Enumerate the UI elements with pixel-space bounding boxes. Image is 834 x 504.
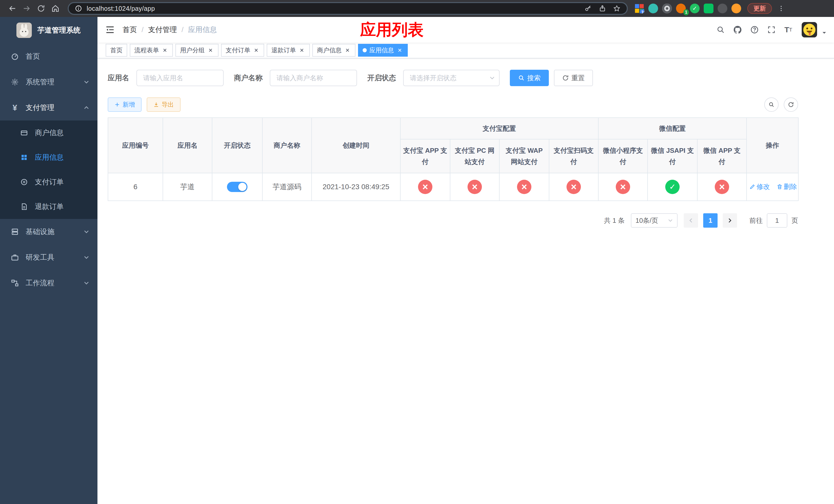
page-content: 应用名 商户名称 开启状态 请选择开启状态 xyxy=(97,59,808,228)
extension-icon-7[interactable] xyxy=(718,4,727,13)
breadcrumb: 首页 支付管理 应用信息 xyxy=(123,25,217,35)
sidebar-item-pay-order[interactable]: 支付订单 xyxy=(0,170,97,194)
merchant-name-input[interactable] xyxy=(270,70,357,86)
workflow-icon xyxy=(10,278,20,288)
breadcrumb-pay[interactable]: 支付管理 xyxy=(148,25,188,35)
extension-icon-1[interactable]: 10 xyxy=(635,4,644,13)
sidebar-item-app-info[interactable]: 应用信息 xyxy=(0,145,97,170)
column-header-actions: 操作 xyxy=(747,118,798,173)
sidebar-item-home[interactable]: 首页 xyxy=(0,44,97,69)
sidebar-item-system[interactable]: 系统管理 xyxy=(0,69,97,95)
tab-app-info[interactable]: 应用信息 xyxy=(358,44,408,56)
extension-icon-6[interactable] xyxy=(704,4,714,13)
tab-close-icon[interactable] xyxy=(253,47,260,53)
sidebar-item-infra[interactable]: 基础设施 xyxy=(0,219,97,245)
help-icon[interactable] xyxy=(748,23,761,37)
page-jump: 前往 页 xyxy=(749,213,798,228)
tab-close-icon[interactable] xyxy=(299,47,305,53)
status-icon xyxy=(467,180,482,194)
avatar-caret-icon[interactable] xyxy=(822,30,827,36)
tab-label: 首页 xyxy=(110,46,123,54)
next-page-button[interactable] xyxy=(723,213,737,228)
tab-close-icon[interactable] xyxy=(344,47,351,53)
browser-reload-icon[interactable] xyxy=(34,1,48,16)
add-button[interactable]: 新增 xyxy=(108,97,141,112)
sidebar-toggle-icon[interactable] xyxy=(97,17,123,43)
column-group-wechat: 微信配置 xyxy=(598,118,747,139)
cell-actions: 修改 删除 xyxy=(747,173,798,201)
app-name-input[interactable] xyxy=(136,70,224,86)
address-bar[interactable]: localhost:1024/pay/app xyxy=(68,2,628,15)
tab-merchant-info[interactable]: 商户信息 xyxy=(312,44,355,56)
status-icon xyxy=(567,180,581,194)
share-icon[interactable] xyxy=(598,5,606,12)
refresh-table-icon[interactable] xyxy=(784,97,798,112)
browser-forward-icon[interactable] xyxy=(20,1,34,16)
tab-user-group[interactable]: 用户分组 xyxy=(175,44,219,56)
browser-update-button[interactable]: 更新 xyxy=(747,3,772,14)
header-search-icon[interactable] xyxy=(714,23,727,37)
order-icon xyxy=(20,177,29,187)
github-icon[interactable] xyxy=(731,23,744,37)
cell-wechat-app xyxy=(697,173,747,201)
column-header-alipay-app: 支付宝 APP 支付 xyxy=(400,139,450,173)
status-icon xyxy=(418,180,432,194)
cell-alipay-pc xyxy=(450,173,499,201)
extension-icon-5[interactable] xyxy=(690,4,700,13)
browser-home-icon[interactable] xyxy=(48,1,63,16)
chevron-down-icon xyxy=(668,218,673,223)
toggle-search-icon[interactable] xyxy=(764,97,778,112)
tab-close-icon[interactable] xyxy=(161,47,168,53)
jump-prefix-label: 前往 xyxy=(749,216,763,225)
breadcrumb-home[interactable]: 首页 xyxy=(123,25,148,35)
font-size-icon[interactable] xyxy=(782,23,795,37)
extension-icon-2[interactable] xyxy=(648,4,658,13)
reset-button[interactable]: 重置 xyxy=(554,70,593,86)
fullscreen-icon[interactable] xyxy=(765,23,778,37)
chevron-down-icon xyxy=(84,255,89,260)
page-size-select[interactable]: 10条/页 xyxy=(631,213,678,228)
sidebar-item-label: 系统管理 xyxy=(26,77,54,87)
bookmark-star-icon[interactable] xyxy=(613,5,621,12)
column-header-created: 创建时间 xyxy=(312,118,400,173)
reset-button-label: 重置 xyxy=(571,74,585,83)
page-number-1[interactable]: 1 xyxy=(703,213,718,228)
status-toggle[interactable] xyxy=(227,182,247,192)
sidebar-item-pay[interactable]: 支付管理 xyxy=(0,95,97,120)
password-key-icon[interactable] xyxy=(584,5,592,12)
status-select[interactable]: 请选择开启状态 xyxy=(403,70,500,86)
tab-close-icon[interactable] xyxy=(207,47,214,53)
browser-back-icon[interactable] xyxy=(5,1,20,16)
prev-page-button[interactable] xyxy=(684,213,698,228)
cell-wechat-mini xyxy=(598,173,648,201)
extension-icon-4[interactable]: 1 xyxy=(676,4,686,13)
tab-refund-order[interactable]: 退款订单 xyxy=(267,44,310,56)
tab-pay-order[interactable]: 支付订单 xyxy=(221,44,264,56)
search-button[interactable]: 搜索 xyxy=(510,70,549,86)
browser-menu-icon[interactable] xyxy=(776,4,786,13)
navbar: 首页 支付管理 应用信息 应用列表 xyxy=(97,17,834,43)
tags-view: 首页 流程表单 用户分组 支付订单 退款订单 xyxy=(97,43,834,59)
yen-icon xyxy=(10,103,20,112)
tab-close-icon[interactable] xyxy=(396,47,403,53)
user-avatar[interactable] xyxy=(802,22,817,38)
credit-card-icon xyxy=(20,128,29,137)
tab-process-form[interactable]: 流程表单 xyxy=(130,44,173,56)
edit-link[interactable]: 修改 xyxy=(749,182,770,191)
sidebar-item-devtools[interactable]: 研发工具 xyxy=(0,245,97,270)
sidebar-item-workflow[interactable]: 工作流程 xyxy=(0,270,97,296)
cell-status xyxy=(212,173,262,201)
sidebar-item-merchant-info[interactable]: 商户信息 xyxy=(0,120,97,145)
chevron-up-icon xyxy=(84,105,89,111)
sidebar-logo[interactable]: 芋道管理系统 xyxy=(0,17,97,44)
extension-icon-3[interactable] xyxy=(662,4,672,13)
site-info-icon[interactable] xyxy=(75,5,82,12)
tab-home[interactable]: 首页 xyxy=(106,44,127,56)
sidebar-item-refund-order[interactable]: 退款订单 xyxy=(0,194,97,219)
delete-link[interactable]: 删除 xyxy=(776,182,797,191)
cell-alipay-qr xyxy=(549,173,598,201)
extension-icon-8[interactable] xyxy=(731,4,741,13)
jump-page-input[interactable] xyxy=(767,213,787,228)
export-button[interactable]: 导出 xyxy=(147,97,180,112)
dashboard-icon xyxy=(10,52,20,61)
